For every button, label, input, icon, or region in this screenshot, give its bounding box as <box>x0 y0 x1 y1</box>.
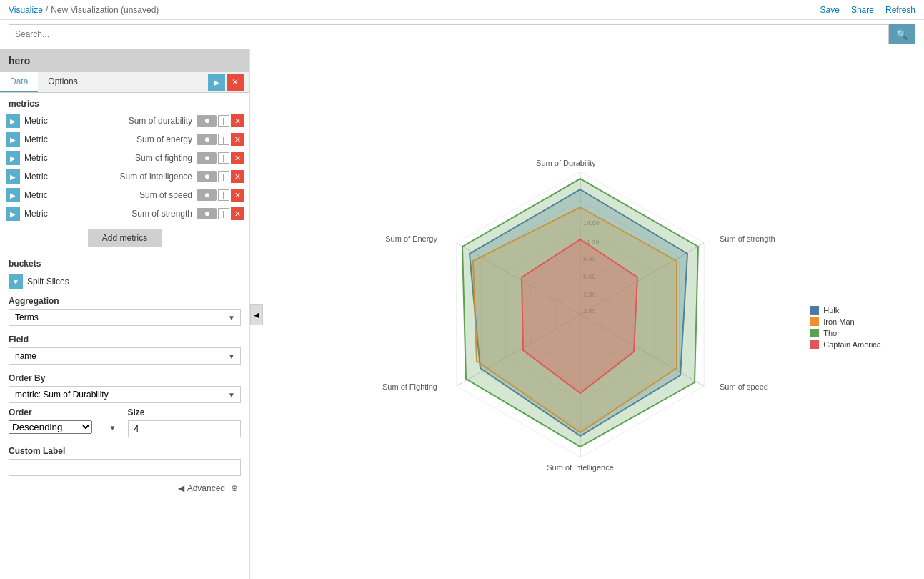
metric-type-4: Metric <box>24 172 60 182</box>
metric-row: ▶ Metric Sum of energy ⏺ | ✕ <box>0 130 249 149</box>
metric-delete-4[interactable]: ✕ <box>231 170 244 183</box>
axis-label-durability: Sum of Durability <box>536 159 596 167</box>
metric-expand-2[interactable]: ▶ <box>6 132 20 147</box>
panel-title: hero <box>9 55 30 66</box>
aggregation-label: Aggregation <box>9 296 241 306</box>
right-panel: ◀ <box>250 49 924 579</box>
metric-value-4: Sum of intelligence <box>64 172 192 182</box>
legend-color-thor <box>810 329 819 337</box>
order-by-select[interactable]: metric: Sum of Durability metric: Sum of… <box>9 386 241 403</box>
metric-delete-6[interactable]: ✕ <box>231 207 244 220</box>
metric-expand-1[interactable]: ▶ <box>6 114 20 128</box>
metric-expand-6[interactable]: ▶ <box>6 207 20 221</box>
buckets-section-label: buckets <box>0 253 249 272</box>
metric-expand-4[interactable]: ▶ <box>6 169 20 184</box>
metric-controls-2: ⏺ | ✕ <box>197 133 244 146</box>
search-bar: 🔍 <box>0 20 924 49</box>
order-select[interactable]: Descending Ascending <box>9 420 92 434</box>
order-by-group: Order By metric: Sum of Durability metri… <box>0 369 249 407</box>
metric-delete-2[interactable]: ✕ <box>231 133 244 146</box>
metric-toggle-4[interactable]: ⏺ <box>197 171 217 182</box>
top-actions: Save Share Refresh <box>820 5 915 15</box>
split-slices-label: Split Slices <box>27 277 69 287</box>
metric-pipe-3[interactable]: | <box>218 152 229 164</box>
metric-pipe-6[interactable]: | <box>218 208 229 219</box>
order-size-row: Order Descending Ascending Size <box>0 407 249 442</box>
custom-label-label: Custom Label <box>9 446 241 456</box>
top-bar: Visualize / New Visualization (unsaved) … <box>0 0 924 20</box>
field-label: Field <box>9 335 241 345</box>
play-button[interactable]: ▶ <box>208 74 225 91</box>
close-button[interactable]: ✕ <box>227 74 244 91</box>
search-input[interactable] <box>9 24 889 44</box>
metric-delete-5[interactable]: ✕ <box>231 189 244 202</box>
order-group: Order Descending Ascending <box>9 407 122 437</box>
axis-label-energy: Sum of Energy <box>385 234 437 243</box>
order-by-select-wrapper: metric: Sum of Durability metric: Sum of… <box>9 386 241 403</box>
metric-row: ▶ Metric Sum of strength ⏺ | ✕ <box>0 204 249 223</box>
metric-row: ▶ Metric Sum of speed ⏺ | ✕ <box>0 186 249 204</box>
save-button[interactable]: Save <box>820 5 840 15</box>
metric-pipe-1[interactable]: | <box>218 115 229 127</box>
axis-label-strength: Sum of strength <box>720 234 775 243</box>
metric-delete-1[interactable]: ✕ <box>231 114 244 127</box>
legend-item-thor: Thor <box>810 329 881 337</box>
axis-label-fighting: Sum of Fighting <box>382 382 437 391</box>
tab-actions: ▶ ✕ <box>208 74 249 91</box>
metric-value-2: Sum of energy <box>64 134 192 144</box>
metric-type-5: Metric <box>24 190 60 200</box>
collapse-panel-button[interactable]: ◀ <box>250 304 263 325</box>
legend-color-captain <box>810 340 819 349</box>
share-button[interactable]: Share <box>851 5 874 15</box>
metric-row: ▶ Metric Sum of fighting ⏺ | ✕ <box>0 149 249 167</box>
custom-label-group: Custom Label <box>0 442 249 480</box>
metric-value-5: Sum of speed <box>64 190 192 200</box>
legend-label-ironman: Iron Man <box>823 317 854 326</box>
metric-delete-3[interactable]: ✕ <box>231 152 244 164</box>
metric-value-3: Sum of fighting <box>64 153 192 163</box>
breadcrumb-current: New Visualization (unsaved) <box>51 5 159 15</box>
split-slices-toggle[interactable]: ▼ <box>9 274 23 289</box>
metric-type-1: Metric <box>24 116 60 126</box>
metric-controls-6: ⏺ | ✕ <box>197 207 244 220</box>
advanced-row[interactable]: ◀ Advanced ⊕ <box>0 480 249 496</box>
metric-pipe-4[interactable]: | <box>218 171 229 182</box>
tab-options[interactable]: Options <box>38 72 87 92</box>
tab-data[interactable]: Data <box>0 72 38 92</box>
search-button[interactable]: 🔍 <box>889 24 915 44</box>
metric-type-6: Metric <box>24 209 60 219</box>
metric-toggle-3[interactable]: ⏺ <box>197 152 217 164</box>
metric-controls-3: ⏺ | ✕ <box>197 152 244 164</box>
left-panel: hero Data Options ▶ ✕ metrics ▶ Metric S… <box>0 49 250 579</box>
metric-toggle-6[interactable]: ⏺ <box>197 208 217 219</box>
metrics-section-label: metrics <box>0 93 249 112</box>
field-select[interactable]: name durability energy fighting intellig… <box>9 347 241 365</box>
metric-row: ▶ Metric Sum of intelligence ⏺ | ✕ <box>0 167 249 186</box>
metric-expand-5[interactable]: ▶ <box>6 188 20 202</box>
add-metrics-button[interactable]: Add metrics <box>88 229 162 247</box>
breadcrumb-visualize-link[interactable]: Visualize <box>9 5 43 15</box>
metric-expand-3[interactable]: ▶ <box>6 151 20 165</box>
advanced-arrow-icon: ◀ <box>178 483 184 493</box>
metric-toggle-5[interactable]: ⏺ <box>197 189 217 201</box>
size-group: Size <box>128 407 242 437</box>
metric-pipe-2[interactable]: | <box>218 134 229 145</box>
metric-controls-5: ⏺ | ✕ <box>197 189 244 202</box>
order-by-label: Order By <box>9 373 241 383</box>
metric-row: ▶ Metric Sum of durability ⏺ | ✕ <box>0 112 249 130</box>
size-input[interactable] <box>128 420 242 437</box>
metric-pipe-5[interactable]: | <box>218 189 229 201</box>
metric-type-3: Metric <box>24 153 60 163</box>
order-select-wrapper: Descending Ascending <box>9 420 122 434</box>
refresh-button[interactable]: Refresh <box>885 5 915 15</box>
custom-label-input[interactable] <box>9 459 241 476</box>
advanced-expand-icon: ⊕ <box>231 483 238 493</box>
metric-toggle-2[interactable]: ⏺ <box>197 134 217 145</box>
aggregation-select[interactable]: Terms Significant Terms Filters <box>9 309 241 326</box>
metric-toggle-1[interactable]: ⏺ <box>197 115 217 127</box>
order-label: Order <box>9 407 122 417</box>
breadcrumb-separator: / <box>46 5 48 15</box>
radar-chart: 2.60 2.80 5.60 8.40 11.20 14.00 Sum of D… <box>337 114 838 515</box>
search-icon: 🔍 <box>896 29 908 40</box>
main-layout: hero Data Options ▶ ✕ metrics ▶ Metric S… <box>0 49 924 579</box>
